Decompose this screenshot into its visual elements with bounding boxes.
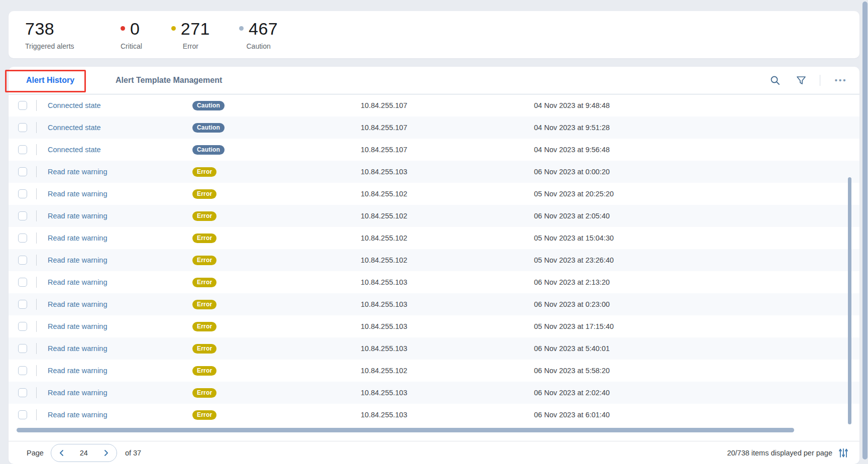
toolbar-divider [820,75,820,86]
triggered-alerts-count: 738 [25,20,121,38]
alert-history-panel: Alert History Alert Template Management … [9,67,859,464]
row-divider [36,365,37,376]
row-divider [36,409,37,420]
alert-name-link[interactable]: Read rate warning [48,212,192,220]
severity-badge: Caution [192,145,225,155]
table-row: Read rate warning Error 10.84.255.102 06… [9,360,859,382]
alert-name-link[interactable]: Read rate warning [48,278,192,286]
severity-badge: Error [192,300,216,309]
severity-badge: Error [192,278,216,287]
row-divider [36,387,37,398]
table-row: Connected state Caution 10.84.255.107 04… [9,94,859,117]
severity-badge: Caution [192,101,225,110]
page-vertical-scrollbar[interactable] [862,2,867,459]
alert-time: 05 Nov 2023 at 23:26:40 [534,256,859,264]
alert-ip: 10.84.255.103 [361,389,534,397]
alert-ip: 10.84.255.102 [361,234,534,242]
row-checkbox[interactable] [18,189,27,198]
severity-badge: Error [192,167,216,177]
alert-name-link[interactable]: Read rate warning [48,234,192,242]
horizontal-scrollbar[interactable] [17,428,794,432]
alert-name-link[interactable]: Connected state [48,146,192,154]
alert-time: 06 Nov 2023 at 2:13:20 [534,278,859,286]
alert-name-link[interactable]: Connected state [48,101,192,109]
next-page-icon[interactable] [102,449,110,457]
alert-ip: 10.84.255.102 [361,190,534,198]
caution-count: 467 [249,20,278,38]
alert-time: 06 Nov 2023 at 5:58:20 [534,367,859,375]
page-stepper: 24 [51,444,117,462]
row-divider [36,122,37,133]
row-checkbox[interactable] [18,410,27,419]
alert-name-link[interactable]: Read rate warning [48,300,192,308]
alert-name-link[interactable]: Connected state [48,124,192,132]
alert-name-link[interactable]: Read rate warning [48,256,192,264]
critical-stat: 0 Critical [121,20,142,50]
caution-dot-icon [239,26,244,31]
pagination-bar: Page 24 of 37 20/738 items displayed per… [9,441,859,464]
row-checkbox[interactable] [18,366,27,375]
triggered-alerts-stat: 738 Triggered alerts [25,20,121,50]
triggered-alerts-label: Triggered alerts [25,42,121,50]
alert-ip: 10.84.255.103 [361,411,534,419]
alert-ip: 10.84.255.103 [361,344,534,353]
alerts-summary-card: 738 Triggered alerts 0 Critical 271 Erro… [9,11,859,58]
alert-name-link[interactable]: Read rate warning [48,389,192,397]
alert-name-link[interactable]: Read rate warning [48,367,192,375]
row-checkbox[interactable] [18,145,27,154]
caution-stat: 467 Caution [239,20,278,50]
row-divider [36,210,37,221]
table-row: Read rate warning Error 10.84.255.102 05… [9,183,859,205]
row-checkbox[interactable] [18,388,27,397]
row-checkbox[interactable] [18,322,27,331]
row-checkbox[interactable] [18,278,27,287]
previous-page-icon[interactable] [58,449,66,457]
alert-table-body: Connected state Caution 10.84.255.107 04… [9,94,859,426]
tab-alert-template-management[interactable]: Alert Template Management [116,76,222,85]
severity-badge: Error [192,388,216,398]
severity-badge: Error [192,234,216,243]
current-page-input[interactable]: 24 [80,449,88,457]
alert-name-link[interactable]: Read rate warning [48,190,192,198]
alert-name-link[interactable]: Read rate warning [48,411,192,419]
table-row: Read rate warning Error 10.84.255.103 06… [9,161,859,183]
row-checkbox[interactable] [18,256,27,265]
search-icon[interactable] [770,75,781,86]
alert-name-link[interactable]: Read rate warning [48,168,192,176]
row-checkbox[interactable] [18,167,27,176]
caution-label: Caution [247,42,271,50]
critical-count: 0 [130,20,140,38]
table-row: Read rate warning Error 10.84.255.103 05… [9,315,859,337]
table-row: Read rate warning Error 10.84.255.102 05… [9,227,859,249]
page-size-settings-icon[interactable] [838,448,848,458]
table-row: Read rate warning Error 10.84.255.102 05… [9,249,859,271]
row-checkbox[interactable] [18,123,27,132]
table-vertical-scrollbar[interactable] [848,177,851,424]
severity-badge: Error [192,410,216,420]
error-count: 271 [181,20,210,38]
row-checkbox[interactable] [18,101,27,110]
row-divider [36,166,37,177]
alert-name-link[interactable]: Read rate warning [48,344,192,353]
table-row: Connected state Caution 10.84.255.107 04… [9,117,859,139]
alert-time: 06 Nov 2023 at 0:00:20 [534,168,859,176]
alert-time: 06 Nov 2023 at 0:23:00 [534,300,859,308]
alert-ip: 10.84.255.103 [361,300,534,308]
row-checkbox[interactable] [18,344,27,353]
table-row: Read rate warning Error 10.84.255.103 06… [9,404,859,426]
row-checkbox[interactable] [18,300,27,309]
row-divider [36,343,37,354]
row-checkbox[interactable] [18,234,27,243]
alert-time: 04 Nov 2023 at 9:51:28 [534,124,859,132]
severity-badge: Error [192,322,216,331]
more-options-icon[interactable]: ••• [835,75,846,86]
alert-ip: 10.84.255.102 [361,256,534,264]
severity-badge: Error [192,344,216,354]
tab-alert-history[interactable]: Alert History [26,76,74,85]
table-row: Read rate warning Error 10.84.255.103 06… [9,382,859,404]
alert-ip: 10.84.255.102 [361,367,534,375]
row-checkbox[interactable] [18,211,27,220]
filter-icon[interactable] [796,75,807,86]
alert-name-link[interactable]: Read rate warning [48,322,192,330]
alert-ip: 10.84.255.103 [361,322,534,330]
